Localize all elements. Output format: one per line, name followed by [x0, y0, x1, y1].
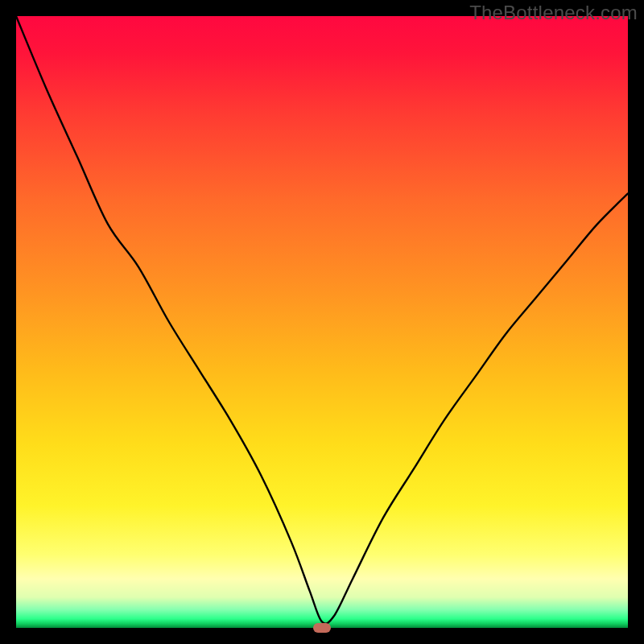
curve-minimum-marker [313, 623, 331, 633]
chart-stage: TheBottleneck.com [0, 0, 644, 644]
bottleneck-curve [16, 16, 628, 628]
watermark-text: TheBottleneck.com [469, 2, 638, 24]
plot-area [16, 16, 628, 628]
